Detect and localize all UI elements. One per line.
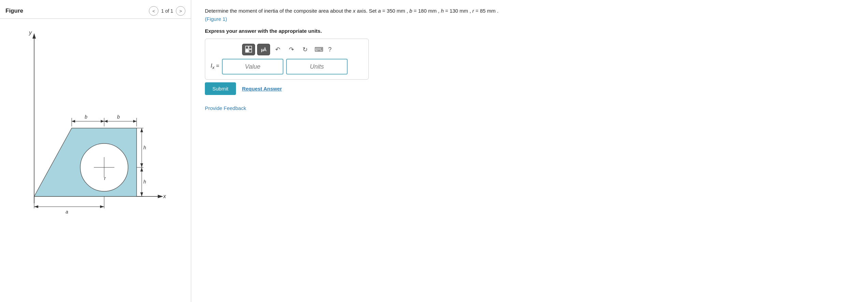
request-answer-link[interactable]: Request Answer <box>242 86 282 92</box>
svg-marker-26 <box>140 167 143 171</box>
nav-next-button[interactable]: > <box>176 6 185 16</box>
problem-params: a = 350 mm , b = 180 mm , h = 130 mm , r… <box>378 8 499 14</box>
toolbar: μÅ ↶ ↷ ↻ ⌨ ? <box>211 44 363 55</box>
svg-rect-41 <box>246 50 248 52</box>
svg-text:h: h <box>143 179 146 184</box>
svg-text:h: h <box>143 145 146 150</box>
redo-button[interactable]: ↷ <box>286 44 297 55</box>
units-input[interactable] <box>286 59 348 74</box>
figure-svg: y x b b <box>7 26 178 231</box>
figure-link[interactable]: (Figure 1) <box>205 16 227 22</box>
svg-marker-23 <box>140 163 143 167</box>
svg-rect-39 <box>246 46 248 49</box>
figure-header: Figure < 1 of 1 > <box>0 3 191 19</box>
mu-icon: μÅ <box>261 47 266 52</box>
svg-marker-27 <box>140 192 143 196</box>
svg-marker-33 <box>34 205 38 208</box>
problem-text-part2: axis. Set <box>355 8 378 14</box>
svg-text:a: a <box>66 209 68 215</box>
svg-rect-42 <box>249 50 252 52</box>
svg-marker-11 <box>72 120 75 123</box>
svg-marker-16 <box>133 120 137 123</box>
svg-text:y: y <box>29 30 32 36</box>
svg-rect-40 <box>249 46 252 49</box>
figure-title: Figure <box>5 8 23 14</box>
matrix-icon <box>245 46 252 54</box>
svg-marker-15 <box>104 120 108 123</box>
svg-text:b: b <box>117 114 120 120</box>
actions-row: Submit Request Answer <box>205 82 854 95</box>
undo-button[interactable]: ↶ <box>272 44 284 55</box>
nav-prev-button[interactable]: < <box>149 6 158 16</box>
svg-marker-22 <box>140 128 143 132</box>
svg-marker-4 <box>158 195 163 198</box>
chevron-right-icon: > <box>179 9 182 14</box>
submit-button[interactable]: Submit <box>205 82 236 95</box>
problem-text-part1: Determine the moment of inertia of the c… <box>205 8 353 14</box>
input-label: Ix = <box>211 63 219 70</box>
answer-box: μÅ ↶ ↷ ↻ ⌨ ? Ix = <box>205 39 369 80</box>
problem-x-var: x <box>353 8 356 14</box>
refresh-icon: ↻ <box>303 46 308 53</box>
express-label: Express your answer with the appropriate… <box>205 28 854 34</box>
keyboard-button[interactable]: ⌨ <box>313 44 325 55</box>
problem-text: Determine the moment of inertia of the c… <box>205 7 512 23</box>
figure-nav: < 1 of 1 > <box>149 6 185 16</box>
right-panel: Determine the moment of inertia of the c… <box>191 0 868 302</box>
undo-icon: ↶ <box>275 46 280 53</box>
provide-feedback-link[interactable]: Provide Feedback <box>205 105 854 111</box>
redo-icon: ↷ <box>289 46 294 53</box>
chevron-left-icon: < <box>152 9 155 14</box>
refresh-button[interactable]: ↻ <box>299 44 311 55</box>
mu-button[interactable]: μÅ <box>257 44 270 55</box>
nav-count: 1 of 1 <box>161 8 173 14</box>
svg-marker-12 <box>101 120 104 123</box>
svg-marker-34 <box>100 205 104 208</box>
svg-marker-1 <box>32 33 36 39</box>
matrix-button[interactable] <box>242 44 255 55</box>
value-input[interactable] <box>222 59 283 74</box>
input-row: Ix = <box>211 59 363 74</box>
left-panel: Figure < 1 of 1 > y x <box>0 0 191 302</box>
svg-text:b: b <box>85 114 87 120</box>
help-icon[interactable]: ? <box>328 46 332 53</box>
keyboard-icon: ⌨ <box>314 46 323 53</box>
svg-text:x: x <box>163 193 166 199</box>
figure-canvas: y x b b <box>0 19 191 302</box>
